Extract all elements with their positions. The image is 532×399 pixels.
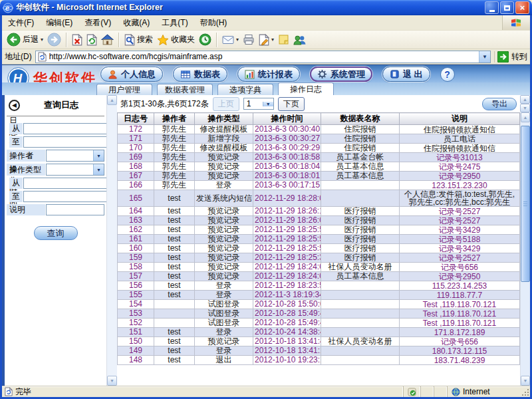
edit-button[interactable]: ▾ bbox=[257, 33, 276, 47]
scroll-down-icon[interactable]: ▼ bbox=[107, 376, 117, 386]
back-dropdown-icon[interactable]: ▾ bbox=[41, 37, 43, 43]
table-cell: test bbox=[154, 207, 195, 216]
go-button[interactable] bbox=[497, 51, 509, 63]
status-empty-pane bbox=[434, 386, 447, 397]
next-page-button[interactable]: 下页 bbox=[278, 97, 305, 111]
table-cell: test bbox=[154, 346, 195, 356]
scroll-down-icon[interactable]: ▼ bbox=[520, 104, 530, 112]
header-operator[interactable]: 操作者 bbox=[154, 113, 195, 125]
nav-exit[interactable]: 退 出 bbox=[382, 66, 430, 82]
go-label[interactable]: 转到 bbox=[511, 51, 527, 63]
chevron-down-icon[interactable]: ▼ bbox=[263, 102, 273, 106]
table-cell: 2013-6-3 00:29:29 bbox=[253, 144, 321, 153]
top-pane-scrollbar[interactable]: ▲ ▼ bbox=[520, 95, 530, 112]
search-button[interactable]: 搜索 bbox=[122, 33, 155, 47]
nav-statistics-reports[interactable]: 统计报表 bbox=[237, 66, 300, 82]
table-cell: 住院报销 bbox=[321, 144, 400, 153]
forward-button[interactable] bbox=[45, 31, 63, 48]
table-cell: 预览记录 bbox=[195, 153, 253, 162]
tab-operation-log[interactable]: 操作日志 bbox=[278, 82, 334, 95]
collapse-sidebar-icon[interactable]: ◀ bbox=[9, 100, 20, 111]
address-dropdown-icon[interactable]: ▼ bbox=[479, 51, 490, 63]
back-button[interactable]: 后退 ▾ bbox=[5, 31, 45, 48]
notes-button[interactable] bbox=[276, 33, 291, 47]
minimize-button[interactable] bbox=[485, 1, 499, 14]
description-row: 说明 bbox=[7, 204, 104, 215]
table-scrollbar[interactable]: ▲ ▼ bbox=[520, 112, 530, 386]
messenger-button[interactable] bbox=[291, 33, 308, 47]
prev-page-button[interactable]: 上页 bbox=[213, 97, 239, 111]
search-button[interactable]: 查询 bbox=[34, 226, 78, 240]
mail-button[interactable]: ▾ bbox=[220, 33, 241, 46]
table-cell: 住院报销领款通知信 bbox=[400, 144, 520, 153]
stop-button[interactable] bbox=[70, 33, 84, 47]
chevron-down-icon[interactable]: ▼ bbox=[93, 164, 104, 175]
table-cell: 登录 bbox=[195, 328, 253, 337]
nav-data-tables[interactable]: 数据表 bbox=[173, 66, 227, 82]
scrollbar-thumb[interactable] bbox=[521, 126, 530, 282]
table-row: 172郭先生修改提醒模板2013-6-3 00:30:40住院报销住院报销领款通… bbox=[118, 125, 520, 134]
table-cell: 员工基金台帐 bbox=[321, 153, 400, 162]
address-url[interactable]: http://www.hc-software.com/hcgis/mainfra… bbox=[49, 52, 476, 61]
title-bar[interactable]: e 华创软件 - Microsoft Internet Explorer × bbox=[0, 0, 532, 15]
toolbar-divider bbox=[118, 33, 120, 47]
header-table-name[interactable]: 数据表名称 bbox=[321, 113, 400, 125]
print-icon bbox=[243, 34, 255, 45]
table-row: 158test预览记录2012-11-29 18:24:07社保人员变动名册记录… bbox=[118, 263, 520, 272]
chevron-down-icon[interactable]: ▼ bbox=[93, 150, 104, 161]
stop-icon bbox=[72, 34, 82, 46]
table-cell: 123.151.23.230 bbox=[400, 181, 520, 190]
description-input[interactable] bbox=[46, 204, 104, 215]
zone-text: Internet bbox=[463, 387, 490, 396]
sidebar-scrollbar[interactable]: ▲ ▼ bbox=[106, 95, 117, 386]
header-operation-type[interactable]: 操作类型 bbox=[195, 113, 253, 125]
header-operation-time[interactable]: 操作时间 bbox=[253, 113, 321, 125]
table-cell: Test ,119.118.70.121 bbox=[400, 300, 520, 309]
tab-user-management[interactable]: 用户管理 bbox=[96, 84, 152, 95]
print-button[interactable] bbox=[241, 33, 257, 47]
operation-type-select[interactable]: ▼ bbox=[46, 164, 104, 176]
scroll-up-icon[interactable]: ▲ bbox=[107, 95, 117, 105]
export-button[interactable]: 导出 bbox=[482, 98, 517, 110]
table-cell: 2012-11-29 18:25:52 bbox=[253, 244, 321, 253]
header-log-number[interactable]: 日志号 bbox=[118, 113, 154, 125]
table-cell: 154 bbox=[118, 300, 154, 309]
app-banner: H 华创软件 个人信息 数据表 统计报表 系 bbox=[2, 65, 530, 95]
mail-dropdown-icon[interactable]: ▾ bbox=[236, 37, 239, 43]
history-button[interactable] bbox=[197, 32, 213, 47]
close-button[interactable]: × bbox=[515, 1, 529, 14]
edit-dropdown-icon[interactable]: ▾ bbox=[271, 37, 274, 43]
table-cell: test bbox=[154, 190, 195, 207]
menu-favorites[interactable]: 收藏(A) bbox=[117, 15, 156, 30]
table-cell: 150 bbox=[118, 337, 154, 346]
scroll-up-icon[interactable]: ▲ bbox=[520, 95, 530, 104]
log-from-label: 从 bbox=[9, 123, 23, 134]
table-cell: 记录号656 bbox=[400, 337, 520, 346]
table-cell: 155 bbox=[118, 291, 154, 300]
menu-view[interactable]: 查看(V) bbox=[78, 15, 117, 30]
refresh-button[interactable] bbox=[84, 33, 99, 47]
home-button[interactable] bbox=[99, 33, 116, 47]
scroll-down-icon[interactable]: ▼ bbox=[521, 376, 530, 386]
header-description[interactable]: 说明 bbox=[400, 113, 520, 125]
resize-grip[interactable] bbox=[521, 386, 530, 397]
operation-type-row: 操作类型 ▼ bbox=[7, 164, 104, 176]
menu-file[interactable]: 文件(F) bbox=[2, 15, 40, 30]
scroll-up-icon[interactable]: ▲ bbox=[521, 112, 530, 122]
favorites-button[interactable]: 收藏夹 bbox=[155, 33, 197, 47]
mail-icon bbox=[222, 35, 234, 45]
menu-edit[interactable]: 编辑(E) bbox=[40, 15, 78, 30]
help-button[interactable]: ? bbox=[440, 67, 455, 82]
tab-table-management[interactable]: 数据表管理 bbox=[157, 84, 213, 95]
address-input[interactable]: http://www.hc-software.com/hcgis/mainfra… bbox=[35, 51, 491, 63]
menu-tools[interactable]: 工具(T) bbox=[156, 15, 194, 30]
table-cell: 新增字段 bbox=[195, 134, 253, 144]
table-cell: 151 bbox=[118, 328, 154, 337]
maximize-button[interactable] bbox=[500, 1, 514, 14]
menu-help[interactable]: 帮助(H) bbox=[194, 15, 233, 30]
nav-system-management[interactable]: 系统管理 bbox=[310, 66, 372, 82]
nav-personal-info[interactable]: 个人信息 bbox=[100, 66, 163, 82]
operator-select[interactable]: ▼ bbox=[46, 150, 104, 162]
page-select[interactable]: 1 ▼ bbox=[243, 98, 274, 110]
tab-option-dictionary[interactable]: 选项字典 bbox=[217, 84, 273, 95]
